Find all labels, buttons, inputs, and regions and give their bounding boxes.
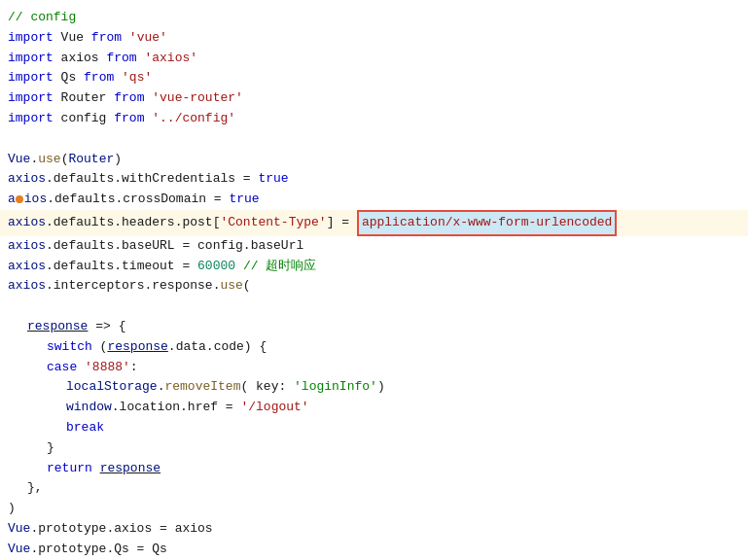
code-line-9: axios.defaults.withCredentials = true (0, 169, 748, 190)
code-line-26: Vue.prototype.axios = axios (0, 519, 748, 540)
code-line-23: return response (0, 459, 748, 479)
code-line-17: switch (response.data.code) { (0, 337, 748, 358)
code-line-16: response => { (0, 317, 748, 337)
code-line-8: Vue.use(Router) (0, 150, 748, 170)
code-line-10: aios.defaults.crossDomain = true (0, 190, 748, 210)
code-line-24: }, (0, 478, 748, 499)
code-line-12: axios.defaults.baseURL = config.baseUrl (0, 236, 748, 257)
code-line-15 (0, 297, 748, 317)
code-editor: // config import Vue from 'vue' import a… (0, 0, 748, 560)
code-line-14: axios.interceptors.response.use( (0, 276, 748, 297)
code-line-5: import Router from 'vue-router' (0, 88, 748, 109)
code-line-6: import config from '../config' (0, 109, 748, 129)
code-line-11: axios.defaults.headers.post['Content-Typ… (0, 210, 748, 236)
code-line-18: case '8888': (0, 358, 748, 378)
code-line-13: axios.defaults.timeout = 60000 // 超时响应 (0, 257, 748, 277)
code-line-7 (0, 129, 748, 150)
code-line-4: import Qs from 'qs' (0, 68, 748, 88)
code-line-3: import axios from 'axios' (0, 49, 748, 69)
code-line-19: localStorage.removeItem( key: 'loginInfo… (0, 377, 748, 398)
highlight-value: application/x-www-form-urlencoded (357, 210, 617, 236)
code-line-27: Vue.prototype.Qs = Qs (0, 540, 748, 560)
code-line-20: window.location.href = '/logout' (0, 398, 748, 418)
code-line-21: break (0, 418, 748, 438)
code-line-22: } (0, 438, 748, 459)
comment-token: // config (8, 10, 76, 24)
code-line-2: import Vue from 'vue' (0, 28, 748, 49)
code-line-25: ) (0, 499, 748, 519)
code-line-1: // config (0, 8, 748, 28)
orange-indicator (16, 195, 23, 203)
